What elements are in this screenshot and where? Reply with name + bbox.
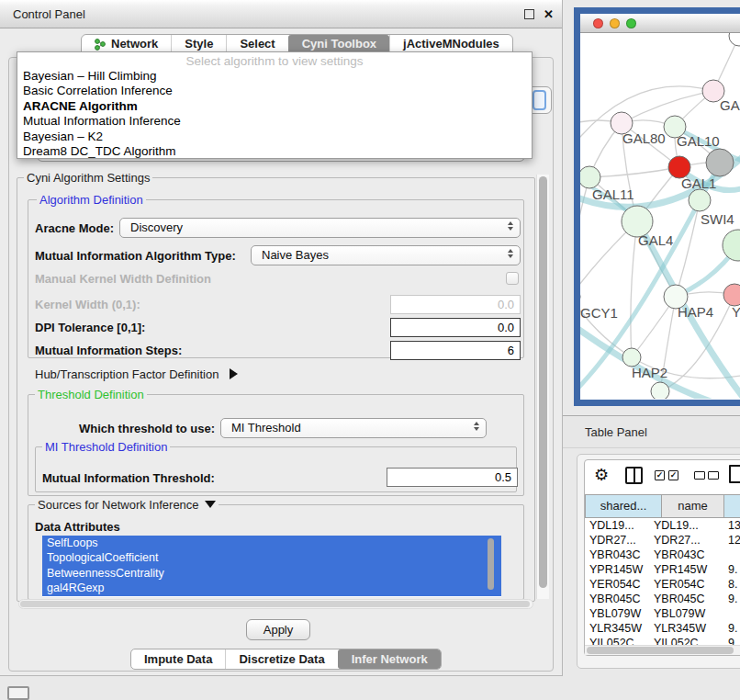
table-cell: 9. (728, 621, 737, 636)
mi-type-combobox[interactable]: Naive Bayes (251, 245, 521, 265)
table-row[interactable]: YBR043CYBR043C (585, 548, 740, 562)
manual-kernel-checkbox[interactable] (506, 272, 519, 285)
dropdown-placeholder: Select algorithm to view settings (17, 54, 532, 69)
window-close-button[interactable] (593, 18, 603, 28)
dpi-tolerance-field[interactable]: 0.0 (390, 318, 521, 337)
table-cell: YBL079W (589, 606, 641, 621)
network-node-label: GAL10 (677, 133, 720, 149)
network-node-label: GAL1 (681, 175, 716, 191)
network-node[interactable] (723, 230, 740, 261)
table-column-header[interactable]: shared... (585, 494, 662, 518)
column-layout-icon[interactable] (625, 467, 643, 484)
which-threshold-combobox[interactable]: MI Threshold (220, 418, 487, 438)
network-node[interactable] (729, 33, 740, 46)
mi-threshold-field[interactable]: 0.5 (387, 468, 518, 487)
dpi-tolerance-label: DPI Tolerance [0,1]: (35, 321, 145, 334)
deselect-all-icon[interactable] (694, 471, 705, 480)
settings-horizontal-scrollbar[interactable] (18, 599, 533, 609)
gear-icon[interactable]: ⚙ (594, 465, 609, 485)
tab-jactivemnodules[interactable]: jActiveMNodules (389, 35, 512, 53)
mi-threshold-group-title: MI Threshold Definition (42, 441, 170, 453)
table-horizontal-scrollbar[interactable] (585, 645, 740, 655)
hscroll-thumb[interactable] (20, 601, 530, 607)
data-attribute-item[interactable]: gal4RGexp (42, 581, 501, 595)
float-panel-icon[interactable] (524, 9, 534, 19)
tab-cyni-toolbox[interactable]: Cyni Toolbox (288, 35, 389, 53)
table-row[interactable]: YDL19...YDL19...13 (585, 518, 740, 533)
dropdown-item[interactable]: Basic Correlation Inference (17, 84, 532, 98)
table-row[interactable]: YDR27...YDR27...12 (585, 533, 740, 548)
apply-button[interactable]: Apply (246, 619, 310, 640)
tab-infer-network[interactable]: Infer Network (338, 649, 441, 669)
table-cell: YIL052C (589, 636, 634, 645)
table-row[interactable]: YLR345WYLR345W9. (585, 621, 740, 636)
network-node[interactable] (651, 382, 669, 399)
settings-vertical-scrollbar[interactable] (536, 175, 549, 599)
data-attributes-listbox: SelfLoopsTopologicalCoefficientBetweenne… (42, 536, 501, 597)
hub-definition-label: Hub/Transcription Factor Definition (35, 367, 219, 381)
table-cell: 9. (728, 592, 737, 606)
table-cell: YDR27... (654, 533, 701, 548)
network-canvas[interactable]: GALGAL80GAL10GAL1GAL11SWI4GAL4GCY1HAP4YH… (580, 33, 740, 399)
table-cell: 12 (728, 533, 740, 548)
collapse-down-icon[interactable] (205, 501, 216, 508)
table-hscroll-thumb[interactable] (587, 647, 734, 654)
tab-select[interactable]: Select (226, 35, 287, 53)
data-attribute-item[interactable]: TopologicalCoefficient (42, 550, 501, 565)
table-row[interactable]: YPR145WYPR145W9. (585, 562, 740, 577)
network-node[interactable] (580, 166, 600, 188)
network-node-label: GAL4 (638, 232, 673, 248)
list-scrollbar-thumb[interactable] (488, 538, 494, 590)
mi-steps-label: Mutual Information Steps: (35, 344, 182, 357)
hub-definition-expander[interactable]: Hub/Transcription Factor Definition (35, 367, 238, 381)
mi-steps-field[interactable]: 6 (390, 341, 521, 360)
data-attribute-item[interactable]: BetweennessCentrality (42, 566, 501, 581)
table-row[interactable]: YER054CYER054C8. (585, 577, 740, 592)
mi-type-label: Mutual Information Algorithm Type: (35, 249, 236, 263)
data-attribute-item[interactable]: SelfLoops (42, 536, 501, 550)
threshold-definition-title: Threshold Definition (35, 389, 147, 401)
dropdown-item[interactable]: Bayesian – K2 (17, 130, 532, 144)
aracne-mode-combobox[interactable]: Discovery (119, 218, 521, 238)
table-cell: YDL19... (654, 518, 699, 533)
network-node[interactable] (622, 348, 641, 367)
window-minimize-button[interactable] (610, 18, 620, 28)
table-column-header[interactable]: name (662, 494, 724, 518)
network-node[interactable] (706, 149, 734, 176)
dropdown-item[interactable]: Dream8 DC_TDC Algorithm (17, 144, 532, 159)
network-node[interactable] (723, 284, 740, 306)
dropdown-item[interactable]: Mutual Information Inference (17, 114, 532, 129)
select-all-checkbox-icon[interactable]: ✓ (655, 470, 665, 480)
table-row[interactable]: YBL079WYBL079W (585, 606, 740, 621)
kernel-width-field[interactable]: 0.0 (390, 295, 521, 314)
table-column-header[interactable] (724, 494, 740, 518)
table-cell: 9. (728, 562, 737, 577)
dropdown-item[interactable]: ARACNE Algorithm (17, 99, 532, 114)
tab-impute-data[interactable]: Impute Data (131, 649, 225, 669)
table-cell: YBL079W (654, 606, 705, 621)
window-zoom-button[interactable] (626, 18, 636, 28)
tab-discretize-data[interactable]: Discretize Data (225, 649, 337, 669)
dropdown-item[interactable]: Bayesian – Hill Climbing (17, 69, 532, 84)
algorithm-dropdown-list: Select algorithm to view settings Bayesi… (17, 51, 533, 159)
tab-network[interactable]: Network (82, 35, 171, 53)
close-icon[interactable]: ✕ (544, 0, 554, 28)
table-cell: YBR045C (654, 592, 705, 606)
table-row[interactable]: YBR045CYBR045C9. (585, 592, 740, 606)
select-all-checkbox-icon[interactable]: ✓ (668, 470, 678, 480)
file-icon[interactable] (729, 465, 740, 483)
minimized-panel-icon[interactable] (7, 686, 29, 700)
table-row[interactable]: YIL052CYIL052C9 (585, 636, 740, 645)
table-cell: YDR27... (589, 533, 636, 548)
table-cell: YER054C (589, 577, 641, 592)
mi-threshold-label: Mutual Information Threshold: (42, 471, 215, 485)
table-cell: 13 (728, 518, 740, 533)
deselect-all-icon[interactable] (708, 471, 719, 480)
table-cell: YER054C (654, 577, 705, 592)
tab-style[interactable]: Style (171, 35, 226, 53)
network-window-titlebar (580, 14, 740, 33)
table-cell: YDL19... (589, 518, 634, 533)
vscroll-thumb[interactable] (539, 176, 547, 588)
network-node[interactable] (689, 189, 711, 211)
table-cell: YIL052C (654, 636, 699, 645)
